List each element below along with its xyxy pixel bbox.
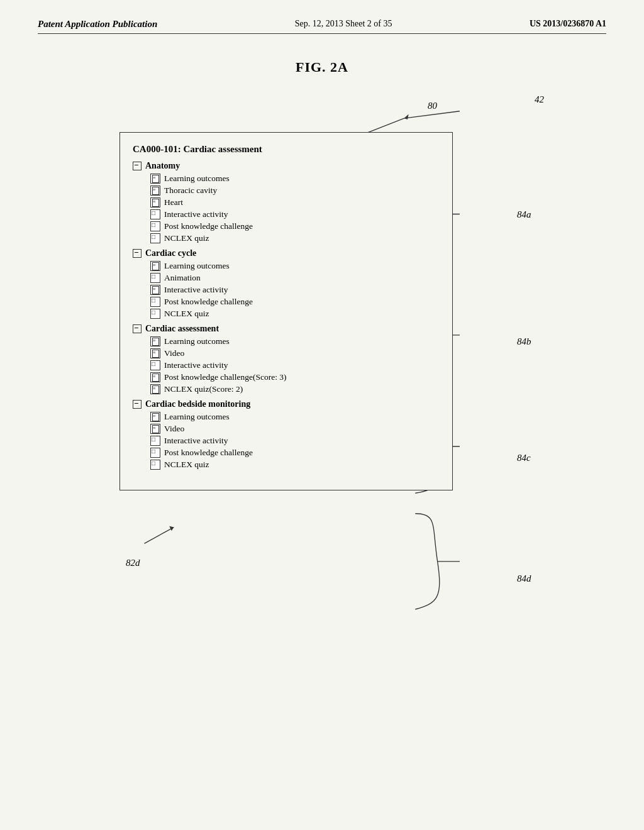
svg-marker-11 — [169, 526, 174, 531]
doc-icon — [150, 336, 160, 346]
list-item: Video — [133, 424, 440, 434]
doc-icon — [150, 372, 160, 382]
header-center: Sep. 12, 2013 Sheet 2 of 35 — [295, 19, 392, 29]
ref-84b: 84b — [517, 336, 531, 347]
section-cardiac-cycle-label: Cardiac cycle — [145, 248, 196, 258]
header-left: Patent Application Publication — [38, 19, 157, 30]
list-item: Post knowledge challenge — [133, 297, 440, 307]
item-text: Animation — [164, 273, 201, 283]
list-item: Heart — [133, 197, 440, 208]
item-text: Learning outcomes — [164, 412, 230, 422]
item-text: Post knowledge challenge — [164, 221, 253, 231]
list-item: NCLEX quiz — [133, 309, 440, 319]
item-text: Thoracic cavity — [164, 185, 217, 196]
section-cardiac-cycle: Cardiac cycle Learning outcomes Animatio… — [133, 248, 440, 319]
interactive-icon — [150, 273, 160, 283]
section-cardiac-cycle-header: Cardiac cycle — [133, 248, 440, 258]
section-cardiac-bedside-label: Cardiac bedside monitoring — [145, 399, 250, 409]
ref-84d: 84d — [517, 573, 531, 584]
page: Patent Application Publication Sep. 12, … — [0, 0, 644, 830]
diagram-area: 80 42 82a 82b 82c 82d 84a 84b 84c 84d CA… — [38, 94, 606, 723]
interactive-icon — [150, 460, 160, 470]
list-item: Post knowledge challenge — [133, 221, 440, 231]
svg-line-10 — [145, 528, 174, 544]
list-item: Animation — [133, 273, 440, 283]
doc-icon — [150, 424, 160, 434]
doc-icon — [150, 261, 160, 271]
doc-icon — [150, 185, 160, 196]
section-cardiac-bedside: Cardiac bedside monitoring Learning outc… — [133, 399, 440, 470]
list-item: Interactive activity — [133, 285, 440, 295]
item-text: Post knowledge challenge — [164, 448, 253, 458]
item-text: Learning outcomes — [164, 174, 230, 184]
doc-icon — [150, 197, 160, 208]
item-text: Video — [164, 348, 184, 358]
ref-84a: 84a — [517, 209, 531, 220]
doc-icon — [150, 412, 160, 422]
minus-icon-cardiac-bedside — [133, 400, 142, 409]
minus-icon-cardiac-cycle — [133, 249, 142, 258]
page-header: Patent Application Publication Sep. 12, … — [38, 19, 606, 34]
item-text: Video — [164, 424, 184, 434]
list-item: Video — [133, 348, 440, 358]
ref-80: 80 — [428, 101, 437, 111]
item-text: Interactive activity — [164, 360, 228, 370]
section-anatomy-label: Anatomy — [145, 161, 180, 171]
list-item: NCLEX quiz(Score: 2) — [133, 384, 440, 394]
list-item: Learning outcomes — [133, 412, 440, 422]
list-item: Interactive activity — [133, 436, 440, 446]
item-text: NCLEX quiz — [164, 460, 209, 470]
list-item: Post knowledge challenge — [133, 448, 440, 458]
svg-marker-3 — [404, 114, 409, 119]
section-cardiac-bedside-header: Cardiac bedside monitoring — [133, 399, 440, 409]
item-text: Learning outcomes — [164, 336, 230, 346]
item-text: Learning outcomes — [164, 261, 230, 271]
item-text: Post knowledge challenge(Score: 3) — [164, 372, 287, 382]
list-item: Learning outcomes — [133, 261, 440, 271]
figure-title: FIG. 2A — [38, 59, 606, 75]
interactive-icon — [150, 360, 160, 370]
interactive-icon — [150, 209, 160, 219]
item-text: Interactive activity — [164, 285, 228, 295]
ref-42: 42 — [535, 94, 544, 105]
list-item: Interactive activity — [133, 360, 440, 370]
section-cardiac-assessment-label: Cardiac assessment — [145, 324, 219, 334]
ref-82d: 82d — [126, 558, 140, 568]
item-text: Heart — [164, 197, 183, 208]
section-cardiac-assessment: Cardiac assessment Learning outcomes Vid… — [133, 324, 440, 394]
interactive-icon — [150, 448, 160, 458]
interactive-icon — [150, 309, 160, 319]
section-anatomy: Anatomy Learning outcomes Thoracic cavit… — [133, 161, 440, 243]
list-item: Learning outcomes — [133, 174, 440, 184]
list-item: NCLEX quiz — [133, 460, 440, 470]
doc-icon — [150, 174, 160, 184]
list-item: Thoracic cavity — [133, 185, 440, 196]
section-anatomy-header: Anatomy — [133, 161, 440, 171]
list-item: Interactive activity — [133, 209, 440, 219]
list-item: Post knowledge challenge(Score: 3) — [133, 372, 440, 382]
item-text: Post knowledge challenge — [164, 297, 253, 307]
box-title: CA000-101: Cardiac assessment — [133, 144, 440, 155]
section-cardiac-assessment-header: Cardiac assessment — [133, 324, 440, 334]
item-text: NCLEX quiz(Score: 2) — [164, 384, 243, 394]
interactive-icon — [150, 221, 160, 231]
item-text: NCLEX quiz — [164, 233, 209, 243]
list-item: NCLEX quiz — [133, 233, 440, 243]
ref-84c: 84c — [517, 453, 531, 463]
minus-icon-anatomy — [133, 162, 142, 170]
interactive-icon — [150, 436, 160, 446]
interactive-icon — [150, 297, 160, 307]
doc-icon — [150, 348, 160, 358]
item-text: Interactive activity — [164, 209, 228, 219]
doc-icon — [150, 285, 160, 295]
list-item: Learning outcomes — [133, 336, 440, 346]
interactive-icon — [150, 233, 160, 243]
header-right: US 2013/0236870 A1 — [530, 19, 606, 29]
minus-icon-cardiac-assessment — [133, 324, 142, 333]
item-text: Interactive activity — [164, 436, 228, 446]
item-text: NCLEX quiz — [164, 309, 209, 319]
doc-icon — [150, 384, 160, 394]
svg-line-2 — [404, 111, 460, 118]
main-diagram-box: CA000-101: Cardiac assessment Anatomy Le… — [119, 132, 453, 490]
